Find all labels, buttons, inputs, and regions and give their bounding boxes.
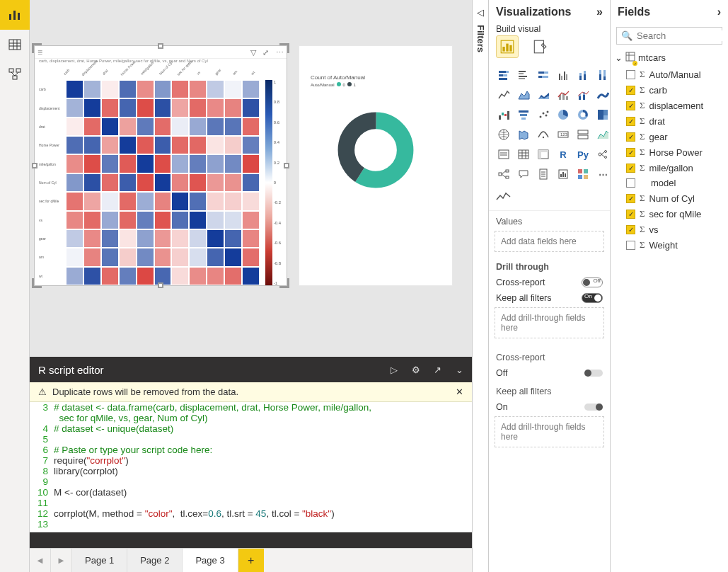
viz-type-more[interactable]: ⋯ bbox=[594, 166, 611, 183]
viz-type-arcgis[interactable] bbox=[535, 126, 552, 143]
cross-report-toggle-2[interactable] bbox=[584, 370, 603, 377]
page-tab[interactable]: Page 1 bbox=[72, 549, 127, 572]
field-row[interactable]: model bbox=[611, 176, 728, 190]
popout-icon[interactable]: ↗ bbox=[434, 365, 441, 375]
add-page-button[interactable]: + bbox=[238, 549, 264, 572]
search-input[interactable] bbox=[637, 30, 728, 41]
viz-type-matrix[interactable] bbox=[535, 146, 552, 163]
tab-prev[interactable]: ◄ bbox=[30, 549, 51, 572]
r-visual-heatmap[interactable]: ≡ ▽ ⤢ ⋯ carb, displacement, drat, Horse … bbox=[34, 45, 287, 286]
collapse-fields-icon[interactable]: › bbox=[717, 6, 721, 18]
filter-icon[interactable]: ▽ bbox=[250, 48, 256, 57]
field-checkbox[interactable] bbox=[626, 164, 635, 173]
sparkline-row[interactable] bbox=[489, 190, 610, 211]
cross-report-toggle[interactable] bbox=[582, 278, 603, 287]
viz-type-pie[interactable] bbox=[555, 106, 572, 123]
script-options-icon[interactable]: ⚙ bbox=[412, 365, 420, 375]
focus-mode-icon[interactable]: ⤢ bbox=[262, 48, 269, 57]
format-visual-tab[interactable] bbox=[528, 35, 551, 58]
viz-type-r-visual[interactable]: R bbox=[555, 146, 572, 163]
field-row[interactable]: ΣNum of Cyl bbox=[611, 190, 728, 206]
field-checkbox[interactable] bbox=[626, 86, 635, 95]
viz-type-line-column-stacked[interactable] bbox=[574, 86, 591, 103]
field-checkbox[interactable] bbox=[626, 148, 635, 157]
keep-filters-toggle[interactable] bbox=[582, 293, 603, 303]
viz-type-qna[interactable] bbox=[515, 166, 532, 183]
svg-point-62 bbox=[540, 116, 542, 118]
viz-type-clustered-bar[interactable] bbox=[515, 67, 532, 84]
field-checkbox[interactable] bbox=[626, 194, 635, 203]
viz-type-donut[interactable] bbox=[574, 106, 591, 123]
model-view[interactable] bbox=[0, 59, 30, 89]
field-row[interactable]: Σcarb bbox=[611, 82, 728, 98]
viz-type-waterfall[interactable] bbox=[495, 106, 512, 123]
viz-type-area[interactable] bbox=[515, 86, 532, 103]
keep-filters-toggle-2[interactable] bbox=[584, 404, 603, 411]
field-row[interactable]: Σdrat bbox=[611, 113, 728, 129]
viz-type-line-column[interactable] bbox=[555, 86, 572, 103]
fields-search[interactable]: 🔍 bbox=[616, 27, 722, 45]
collapse-viz-icon[interactable]: » bbox=[596, 6, 603, 18]
viz-type-multi-card[interactable] bbox=[574, 126, 591, 143]
viz-type-treemap[interactable] bbox=[594, 106, 611, 123]
collapse-icon[interactable]: ⌄ bbox=[456, 365, 463, 375]
viz-type-stacked-area[interactable] bbox=[535, 86, 552, 103]
r-code-area[interactable]: 3# dataset <- data.frame(carb, displacem… bbox=[30, 402, 472, 532]
tab-next[interactable]: ► bbox=[51, 549, 72, 572]
viz-type-card[interactable]: 123 bbox=[555, 126, 572, 143]
field-checkbox[interactable] bbox=[626, 225, 635, 234]
viz-type-stacked-column[interactable] bbox=[574, 67, 591, 84]
field-row[interactable]: Σsec for qMile bbox=[611, 206, 728, 222]
viz-type-app-source[interactable] bbox=[574, 166, 591, 183]
viz-type-clustered-column[interactable] bbox=[555, 67, 572, 84]
viz-type-decomp[interactable] bbox=[495, 166, 512, 183]
view-rail bbox=[0, 0, 30, 572]
run-script-icon[interactable]: ▷ bbox=[391, 365, 398, 375]
viz-type-filled-map[interactable] bbox=[515, 126, 532, 143]
drill-field-well[interactable]: Add drill-through fields here bbox=[495, 307, 604, 338]
viz-type-pbiviz[interactable] bbox=[555, 166, 572, 183]
viz-type-stacked-bar-100[interactable] bbox=[535, 67, 552, 84]
viz-type-py-visual[interactable]: Py bbox=[574, 146, 591, 163]
filters-pane-collapsed[interactable]: ◁ Filters bbox=[472, 0, 489, 572]
viz-type-funnel[interactable] bbox=[515, 106, 532, 123]
build-visual-tab[interactable] bbox=[496, 35, 519, 58]
viz-type-paginated[interactable] bbox=[535, 166, 552, 183]
viz-type-line[interactable] bbox=[495, 86, 512, 103]
table-mtcars[interactable]: ⌄ ✓ mtcars bbox=[611, 49, 728, 67]
field-checkbox[interactable] bbox=[626, 178, 635, 188]
viz-type-ribbon[interactable] bbox=[594, 86, 611, 103]
field-checkbox[interactable] bbox=[626, 132, 635, 142]
viz-type-kpi[interactable] bbox=[594, 126, 611, 143]
expand-filters-icon[interactable]: ◁ bbox=[477, 7, 484, 18]
field-row[interactable]: ΣHorse Power bbox=[611, 144, 728, 160]
page-tab[interactable]: Page 3 bbox=[183, 549, 238, 572]
viz-type-scatter[interactable] bbox=[535, 106, 552, 123]
field-checkbox[interactable] bbox=[626, 241, 635, 250]
field-row[interactable]: Σmile/gallon bbox=[611, 160, 728, 176]
viz-type-map[interactable] bbox=[495, 126, 512, 143]
viz-type-stacked-bar[interactable] bbox=[495, 67, 512, 84]
report-view[interactable] bbox=[0, 0, 30, 30]
field-checkbox[interactable] bbox=[626, 117, 635, 126]
field-checkbox[interactable] bbox=[626, 70, 635, 79]
field-checkbox[interactable] bbox=[626, 101, 635, 110]
data-view[interactable] bbox=[0, 30, 30, 59]
field-checkbox[interactable] bbox=[626, 210, 635, 219]
field-row[interactable]: Σvs bbox=[611, 222, 728, 237]
close-warning-icon[interactable]: ✕ bbox=[456, 387, 463, 397]
viz-type-key-influencer[interactable] bbox=[594, 146, 611, 163]
viz-type-stacked-column-100[interactable] bbox=[594, 67, 611, 84]
viz-type-table[interactable] bbox=[515, 146, 532, 163]
field-row[interactable]: ΣAuto/Manual bbox=[611, 67, 728, 82]
viz-type-slicer[interactable] bbox=[495, 146, 512, 163]
field-row[interactable]: Σgear bbox=[611, 129, 728, 144]
drill-field-well-2[interactable]: Add drill-through fields here bbox=[495, 416, 604, 447]
values-field-well[interactable]: Add data fields here bbox=[495, 231, 604, 252]
svg-rect-38 bbox=[579, 73, 582, 76]
donut-visual[interactable]: Count of Auto/Manual Auto/Manual 0 1 bbox=[299, 45, 453, 286]
report-canvas[interactable]: ≡ ▽ ⤢ ⋯ carb, displacement, drat, Horse … bbox=[30, 0, 472, 357]
page-tab[interactable]: Page 2 bbox=[127, 549, 183, 572]
field-row[interactable]: Σdisplacement bbox=[611, 98, 728, 113]
field-row[interactable]: ΣWeight bbox=[611, 237, 728, 253]
